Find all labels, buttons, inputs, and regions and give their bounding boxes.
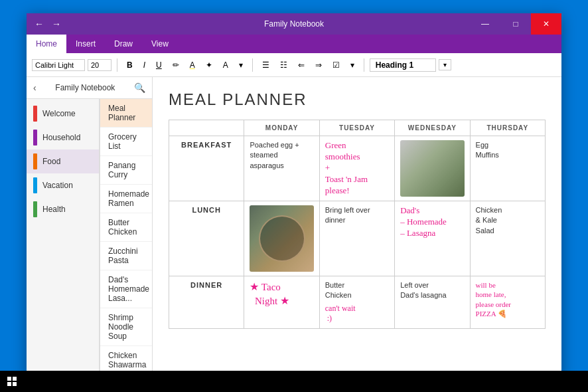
page-title: MEAL PLANNER (169, 90, 546, 109)
notebook-name: Family Notebook (55, 83, 115, 92)
lunch-tuesday: Bring left overdinner (319, 201, 394, 276)
page-zucchini-pasta[interactable]: Zucchini Pasta (100, 242, 152, 270)
breakfast-thursday: EggMuffins (470, 136, 545, 201)
checkbox-button[interactable]: ☑ (329, 58, 344, 72)
breakfast-thursday-text: EggMuffins (476, 141, 499, 159)
close-button[interactable]: ✕ (531, 13, 561, 35)
page-panang-curry[interactable]: Panang Curry (100, 156, 152, 185)
lunch-monday-image (250, 205, 313, 272)
content-area: ‹ Family Notebook 🔍 Welcome Household (27, 77, 561, 377)
minimize-button[interactable]: — (470, 13, 500, 35)
section-household[interactable]: Household (27, 126, 99, 149)
lunch-wednesday-handwriting: Dad's– Homemade– Lasagna (400, 205, 464, 239)
heading-style-input[interactable] (370, 58, 436, 72)
tab-insert[interactable]: Insert (66, 35, 105, 53)
col-header-monday: MONDAY (244, 120, 319, 136)
dinner-row: DINNER ★ Taco Night ★ ButterChicken can'… (169, 276, 546, 329)
app-window: ← → Family Notebook — □ ✕ Home Insert Dr… (27, 13, 561, 377)
separator-2 (252, 58, 253, 72)
forward-button[interactable]: → (49, 17, 64, 31)
eraser-button[interactable]: ✦ (202, 58, 216, 72)
col-header-thursday: THURSDAY (470, 120, 545, 136)
start-button[interactable] (5, 375, 19, 388)
bold-button[interactable]: B (123, 58, 137, 72)
dinner-monday: ★ Taco Night ★ (244, 276, 319, 329)
titlebar-nav: ← → (32, 17, 64, 31)
sidebar-back-icon[interactable]: ‹ (33, 82, 37, 93)
highlight-button[interactable]: ✏ (169, 58, 183, 72)
list-bullet-button[interactable]: ☰ (258, 58, 273, 72)
page-homemade-ramen[interactable]: Homemade Ramen (100, 185, 152, 213)
list-number-button[interactable]: ☷ (276, 58, 291, 72)
dinner-label: DINNER (169, 276, 244, 329)
dinner-tuesday-handwriting: can't wait :) (325, 304, 389, 324)
breakfast-tuesday-handwriting: Greensmoothies+Toast 'n Jamplease! (325, 140, 389, 196)
ribbon-tabs: Home Insert Draw View (27, 35, 561, 53)
food-color-bar (33, 153, 37, 169)
font-family-input[interactable] (32, 59, 85, 71)
section-household-label: Household (42, 133, 80, 142)
lunch-monday (244, 201, 319, 276)
section-welcome-label: Welcome (42, 109, 76, 118)
household-color-bar (33, 130, 37, 146)
welcome-color-bar (33, 106, 37, 122)
lunch-tuesday-text: Bring left overdinner (325, 206, 370, 224)
page-dads-lasagna[interactable]: Dad's Homemade Lasa... (100, 270, 152, 308)
breakfast-label: BREAKFAST (169, 136, 244, 201)
more-dropdown[interactable]: ▾ (235, 58, 247, 72)
tab-draw[interactable]: Draw (105, 35, 142, 53)
col-header-wednesday: WEDNESDAY (395, 120, 470, 136)
dinner-tuesday: ButterChicken can't wait :) (319, 276, 394, 329)
dinner-wednesday-text: Left overDad's lasagna (400, 281, 446, 299)
section-food-label: Food (42, 157, 60, 166)
section-food[interactable]: Food (27, 149, 99, 173)
search-icon[interactable]: 🔍 (134, 82, 145, 93)
dinner-thursday-handwriting: will behome late,please orderPIZZA 🍕 (476, 280, 540, 318)
page-shrimp-noodle[interactable]: Shrimp Noodle Soup (100, 308, 152, 346)
font-size-input[interactable] (88, 59, 111, 71)
page-meal-planner[interactable]: Meal Planner (100, 99, 152, 128)
heading-dropdown[interactable]: ▾ (439, 59, 451, 70)
list-more-button[interactable]: ▾ (346, 58, 358, 72)
breakfast-wednesday (395, 136, 470, 201)
section-health[interactable]: Health (27, 197, 99, 221)
ribbon-toolbar: B I U ✏ A ✦ A ▾ ☰ ☷ ⇐ ⇒ ☑ ▾ ▾ (27, 53, 561, 77)
vacation-color-bar (33, 177, 37, 193)
dinner-tuesday-text: ButterChicken (325, 281, 352, 299)
indent-more-button[interactable]: ⇒ (311, 58, 326, 72)
lunch-row: LUNCH Bring left overdinner Dad's– Homem… (169, 201, 546, 276)
breakfast-wednesday-image (400, 140, 464, 197)
font-color-button[interactable]: A (186, 58, 199, 72)
separator-3 (364, 58, 364, 72)
breakfast-monday: Poached egg + steamed asparagus (244, 136, 319, 201)
ribbon: Home Insert Draw View (27, 35, 561, 53)
indent-less-button[interactable]: ⇐ (294, 58, 309, 72)
italic-button[interactable]: I (139, 58, 149, 72)
page-butter-chicken[interactable]: Butter Chicken (100, 213, 152, 242)
sections-list: Welcome Household Food Vacation (27, 99, 100, 377)
section-welcome[interactable]: Welcome (27, 102, 99, 126)
window-title: Family Notebook (264, 19, 324, 29)
separator-1 (117, 58, 117, 72)
dinner-thursday: will behome late,please orderPIZZA 🍕 (470, 276, 545, 329)
back-button[interactable]: ← (32, 17, 46, 31)
lunch-wednesday: Dad's– Homemade– Lasagna (395, 201, 470, 276)
taskbar (0, 371, 588, 392)
section-vacation[interactable]: Vacation (27, 173, 99, 197)
underline-button[interactable]: U (152, 58, 166, 72)
page-grocery-list[interactable]: Grocery List (100, 128, 152, 156)
maximize-button[interactable]: □ (500, 13, 531, 35)
main-content: MEAL PLANNER MONDAY TUESDAY WEDNESDAY TH… (153, 77, 561, 377)
col-header-tuesday: TUESDAY (319, 120, 394, 136)
breakfast-tuesday: Greensmoothies+Toast 'n Jamplease! (319, 136, 394, 201)
table-header-row: MONDAY TUESDAY WEDNESDAY THURSDAY (169, 120, 546, 136)
sidebar-nav: ‹ (33, 82, 37, 93)
section-health-label: Health (42, 205, 66, 214)
sidebar: ‹ Family Notebook 🔍 Welcome Household (27, 77, 153, 377)
tab-view[interactable]: View (142, 35, 178, 53)
font-more-button[interactable]: A (219, 58, 232, 72)
titlebar: ← → Family Notebook — □ ✕ (27, 13, 561, 35)
meal-planner-table: MONDAY TUESDAY WEDNESDAY THURSDAY BREAKF… (169, 120, 546, 329)
tab-home[interactable]: Home (27, 35, 66, 53)
section-vacation-label: Vacation (42, 181, 73, 190)
